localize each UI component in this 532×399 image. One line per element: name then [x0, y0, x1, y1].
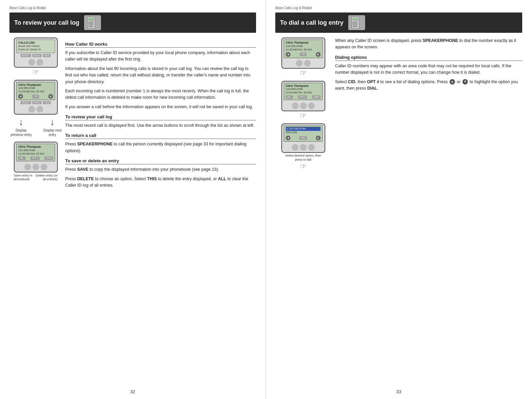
svg-marker-29: [318, 137, 319, 139]
right-softkey-3[interactable]: [41, 164, 47, 170]
left-main-content: How Caller ID works If you subscribe to …: [65, 38, 256, 393]
svg-marker-12: [20, 95, 21, 97]
svg-marker-26: [287, 53, 289, 55]
left-page-number: 32: [130, 389, 135, 394]
right-softkey-mid-r[interactable]: [308, 102, 315, 109]
svg-rect-2: [88, 22, 90, 23]
caller-id-para-4: If you answer a call before the informat…: [65, 104, 256, 110]
right-nav-right-1[interactable]: [316, 52, 321, 57]
right-button-1[interactable]: [36, 59, 43, 66]
right-softkey-2[interactable]: [36, 106, 43, 113]
caller-number-3: 123-555-6789: [18, 149, 53, 152]
right-page-number: 33: [396, 389, 401, 394]
svg-rect-24: [356, 24, 357, 25]
save-btn[interactable]: SAVE: [45, 157, 53, 160]
svg-rect-20: [354, 23, 356, 24]
svg-rect-19: [353, 23, 354, 24]
right-caller-number-2: 123-555-6789: [286, 88, 321, 91]
svg-rect-3: [90, 22, 92, 23]
next-entry-label: Display next entry: [43, 128, 62, 137]
dial-nav-right[interactable]: [316, 136, 321, 140]
right-illustrations: Chris Thompson 123-555-6789 11:29 AM Oct…: [275, 38, 331, 393]
review-call-log-text: The most recent call is displayed first.…: [65, 122, 256, 129]
mem-btn-1[interactable]: MEM: [43, 54, 51, 57]
caller-datetime-3: 11:29 AM Oct. 20 #01: [18, 152, 53, 156]
opt-btn[interactable]: OPT #: [30, 157, 40, 160]
hand-pointer-1: ☞: [32, 68, 39, 76]
save-delete-para-2: Press DELETE to choose an option. Select…: [65, 176, 256, 189]
svg-rect-16: [353, 22, 354, 23]
right-page: Base Calls Log & Redial To dial a call l…: [266, 0, 532, 399]
caller-number-2: 123-555-6789: [18, 87, 53, 90]
right-opt-btn[interactable]: OPT #: [298, 95, 307, 99]
caller-id-para-3: Each incoming call is numbered (number 1…: [65, 88, 256, 101]
phone-image-left: [84, 15, 101, 30]
bottom-labels: Save entry in phonebook Delete entry (or…: [14, 173, 58, 181]
device-cid-nav: Chris Thompson 123-555-6789 11:29 AM Oct…: [9, 80, 62, 139]
left-section-banner: To review your call log: [9, 13, 256, 33]
svg-rect-4: [92, 22, 93, 23]
svg-rect-18: [356, 22, 357, 23]
menu-item-2: BASE SETTINGS: [18, 45, 53, 48]
right-softkey-mid-l[interactable]: [292, 102, 299, 109]
mem-btn-2[interactable]: MEM: [43, 101, 51, 104]
redial-btn-1[interactable]: REDIAL: [21, 54, 31, 57]
dial-option-1: 1-123-555-6789: [286, 127, 321, 131]
right-softkey-dial-l[interactable]: [292, 144, 299, 151]
left-softkey-2[interactable]: [28, 106, 35, 113]
menu-btn-1[interactable]: MENU: [32, 54, 42, 57]
down-arrow-left: ↓: [19, 117, 24, 127]
phone-image-right: [348, 15, 365, 30]
nav-left-btn[interactable]: [18, 94, 23, 99]
right-main-content: When any Caller ID screen is displayed, …: [335, 38, 522, 393]
dial-nav-left[interactable]: [286, 136, 290, 140]
left-section-title: To review your call log: [14, 19, 79, 26]
save-delete-heading: To save or delete an entry: [65, 158, 256, 164]
save-delete-para-1: Press SAVE to copy the displayed informa…: [65, 166, 256, 173]
redial-btn-2[interactable]: REDIAL: [21, 101, 31, 104]
left-page: Base Calls Log & Redial To review your c…: [0, 0, 266, 399]
device-cid-top: Chris Thompson 123-555-6789 11:29 AM Oct…: [275, 38, 331, 77]
del-btn[interactable]: DEL: [18, 157, 25, 160]
right-nav-left-1[interactable]: [286, 52, 290, 57]
nav-right-btn[interactable]: [48, 94, 53, 99]
save-entry-label: Save entry in phonebook: [14, 173, 35, 181]
right-softkey-top-r[interactable]: [304, 60, 311, 67]
cid-btn[interactable]: CID: [32, 95, 39, 98]
right-softkey-dial-m[interactable]: [300, 144, 307, 151]
return-call-text: Press SPEAKERPHONE to call the person cu…: [65, 141, 256, 154]
menu-btn-2[interactable]: MENU: [32, 101, 42, 104]
right-del-btn[interactable]: DEL: [286, 95, 293, 99]
down-arrow-right: ↓: [50, 117, 55, 127]
left-softkey-3[interactable]: [24, 164, 31, 170]
left-button-1[interactable]: [28, 59, 35, 66]
right-cid-label[interactable]: CID: [300, 53, 306, 56]
svg-rect-21: [356, 23, 357, 24]
device-cid-mid: Chris Thompson 123-555-6789 11:29 AM Oct…: [275, 81, 331, 120]
dialing-options-heading: Dialing options: [335, 55, 522, 61]
right-softkey-mid-m[interactable]: [300, 102, 307, 109]
svg-rect-1: [88, 18, 94, 21]
right-caller-name-1: Chris Thompson: [286, 41, 321, 45]
dialing-para-2: Select CID, then OPT # to see a list of …: [335, 79, 522, 92]
intro-text: When any Caller ID screen is displayed, …: [335, 38, 522, 51]
right-save-btn[interactable]: SAVE: [312, 95, 321, 99]
svg-rect-7: [92, 23, 93, 24]
mid-softkey-3[interactable]: [32, 164, 39, 170]
dialing-para-1: Caller ID numbers may appear with an are…: [335, 63, 522, 76]
right-section-banner: To dial a call log entry: [275, 13, 522, 33]
menu-item-3: DISPLAY BASE-ID: [18, 48, 53, 51]
hand-pointer-right-3: ☞: [300, 162, 307, 171]
right-caller-datetime-2: 11:29 AM Oct. 20 #01: [286, 91, 321, 94]
svg-rect-17: [354, 22, 356, 23]
caller-datetime-2: 11:29 AM Oct. 20 #01: [18, 90, 53, 93]
menu-item-1: CALLS LOG: [18, 41, 53, 45]
svg-rect-10: [92, 24, 93, 25]
right-caller-name-2: Chris Thompson: [286, 84, 321, 88]
right-section-title: To dial a call log entry: [280, 19, 344, 26]
dial-btn[interactable]: DIAL: [299, 136, 307, 140]
svg-rect-8: [88, 24, 90, 25]
delete-entry-label: Delete entry (or all entries): [35, 173, 57, 181]
right-softkey-top-l[interactable]: [296, 60, 303, 67]
right-softkey-dial-r[interactable]: [308, 144, 315, 151]
